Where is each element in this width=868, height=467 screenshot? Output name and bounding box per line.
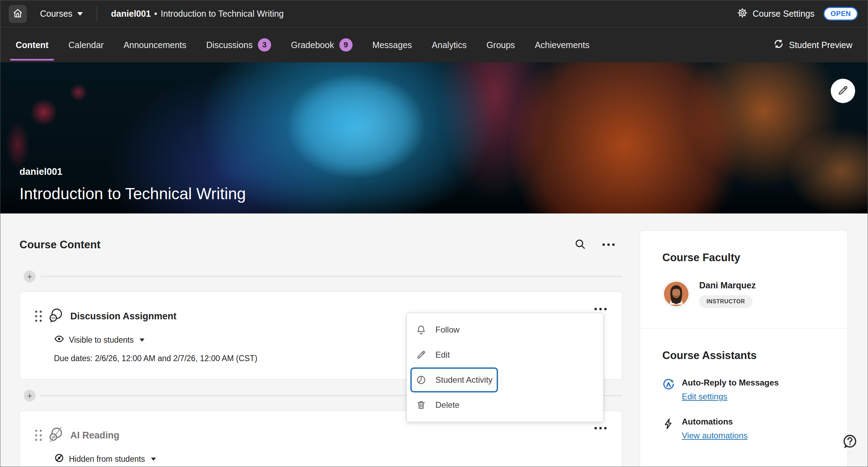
chevron-down-icon xyxy=(151,458,156,461)
visibility-dropdown[interactable]: Hidden from students xyxy=(54,453,156,465)
tab-messages-label: Messages xyxy=(372,40,412,50)
tab-analytics-label: Analytics xyxy=(432,40,467,50)
help-question-icon xyxy=(841,446,858,451)
automations-title: Automations xyxy=(682,417,748,427)
course-faculty-heading: Course Faculty xyxy=(662,251,826,264)
visibility-label: Hidden from students xyxy=(69,454,145,464)
tab-announcements-label: Announcements xyxy=(124,40,187,50)
discussions-count-badge: 3 xyxy=(258,38,271,52)
banner-course-id: daniel001 xyxy=(19,166,246,177)
tab-gradebook-label: Gradebook xyxy=(291,40,334,50)
ellipsis-icon xyxy=(602,243,615,246)
tab-groups-label: Groups xyxy=(487,40,515,50)
instructor-name: Dani Marquez xyxy=(699,280,756,290)
home-button[interactable] xyxy=(9,5,27,23)
tab-gradebook[interactable]: Gradebook 9 xyxy=(291,28,353,62)
ellipsis-icon xyxy=(594,427,607,429)
breadcrumb-course-title: Introduction to Technical Writing xyxy=(161,9,284,18)
edit-settings-link[interactable]: Edit settings xyxy=(682,392,727,402)
tab-calendar-label: Calendar xyxy=(68,40,103,50)
menu-item-delete[interactable]: Delete xyxy=(407,392,603,418)
breadcrumb: daniel001•Introduction to Technical Writ… xyxy=(111,9,284,19)
menu-item-label: Edit xyxy=(435,350,450,360)
tab-discussions[interactable]: Discussions 3 xyxy=(206,28,271,62)
tab-announcements[interactable]: Announcements xyxy=(124,28,187,62)
tab-groups[interactable]: Groups xyxy=(487,28,515,62)
drag-handle[interactable] xyxy=(35,311,42,322)
banner-course-title: Introduction to Technical Writing xyxy=(19,184,246,203)
gradebook-count-badge: 9 xyxy=(339,38,353,52)
discussion-hidden-icon xyxy=(47,426,64,444)
top-bar: Courses daniel001•Introduction to Techni… xyxy=(0,0,868,27)
auto-reply-title: Auto-Reply to Messages xyxy=(682,378,779,388)
tab-achievements-label: Achievements xyxy=(535,40,590,50)
pencil-icon xyxy=(416,350,426,360)
add-content-button[interactable]: + xyxy=(24,390,35,402)
item-more-button[interactable] xyxy=(594,308,607,310)
course-banner: daniel001 Introduction to Technical Writ… xyxy=(0,62,868,213)
eye-visible-icon xyxy=(54,334,64,346)
visibility-dropdown[interactable]: Visible to students xyxy=(54,334,144,346)
tab-achievements[interactable]: Achievements xyxy=(535,28,590,62)
add-content-divider: + xyxy=(19,270,622,283)
trash-icon xyxy=(416,400,426,410)
home-icon xyxy=(13,8,23,20)
bell-icon xyxy=(416,325,426,335)
instructor-avatar[interactable] xyxy=(662,280,690,308)
course-details-sidebar: Course Faculty xyxy=(640,230,848,467)
instructor-role-badge: INSTRUCTOR xyxy=(699,295,752,308)
pie-chart-icon xyxy=(416,375,426,385)
chevron-down-icon xyxy=(77,12,83,16)
course-nav: Content Calendar Announcements Discussio… xyxy=(0,27,868,62)
tab-analytics[interactable]: Analytics xyxy=(432,28,467,62)
edit-banner-button[interactable] xyxy=(831,79,855,103)
menu-item-student-activity[interactable]: Student Activity xyxy=(410,367,498,392)
course-assistants-section: Course Assistants Auto-Reply to Messages… xyxy=(640,328,847,461)
menu-item-follow[interactable]: Follow xyxy=(407,317,603,342)
breadcrumb-course-code: daniel001 xyxy=(111,9,151,18)
eye-hidden-icon xyxy=(54,453,64,465)
page-title: Course Content xyxy=(19,239,101,251)
item-more-button[interactable] xyxy=(594,427,607,429)
tab-calendar[interactable]: Calendar xyxy=(68,28,103,62)
tab-content-label: Content xyxy=(16,40,48,50)
course-assistants-heading: Course Assistants xyxy=(662,349,826,362)
visibility-label: Visible to students xyxy=(69,335,134,345)
course-settings-button[interactable]: Course Settings xyxy=(737,7,814,21)
lightning-icon xyxy=(662,418,675,431)
ellipsis-icon xyxy=(594,308,607,310)
student-preview-sync-icon xyxy=(773,38,784,52)
tab-messages[interactable]: Messages xyxy=(372,28,412,62)
view-automations-link[interactable]: View automations xyxy=(682,431,748,441)
tab-discussions-label: Discussions xyxy=(206,40,253,50)
chevron-down-icon xyxy=(140,338,144,342)
course-faculty-section: Course Faculty xyxy=(640,231,847,328)
instructor-row: Dani Marquez INSTRUCTOR xyxy=(662,280,826,308)
search-icon xyxy=(574,238,586,251)
banner-text: daniel001 Introduction to Technical Writ… xyxy=(19,166,246,203)
item-title-link[interactable]: AI Reading xyxy=(70,430,119,441)
course-open-status-badge[interactable]: OPEN xyxy=(823,7,858,21)
search-button[interactable] xyxy=(574,238,586,251)
course-settings-label: Course Settings xyxy=(752,9,814,19)
menu-item-label: Follow xyxy=(435,325,459,335)
item-title-link[interactable]: Discussion Assignment xyxy=(70,311,176,322)
ai-assistant-icon xyxy=(662,379,675,392)
help-button[interactable] xyxy=(841,433,858,450)
tab-content[interactable]: Content xyxy=(16,28,48,62)
student-preview-label: Student Preview xyxy=(789,40,852,50)
drag-handle[interactable] xyxy=(35,430,42,441)
auto-reply-row: Auto-Reply to Messages Edit settings xyxy=(662,378,826,402)
menu-item-edit[interactable]: Edit xyxy=(407,342,603,367)
course-content-more-button[interactable] xyxy=(602,243,615,246)
student-preview-button[interactable]: Student Preview xyxy=(773,38,852,52)
menu-item-label: Student Activity xyxy=(435,375,492,385)
gear-icon xyxy=(737,7,748,21)
courses-label: Courses xyxy=(40,9,72,19)
breadcrumb-separator: • xyxy=(154,9,157,18)
automations-row: Automations View automations xyxy=(662,417,826,441)
course-page: Courses daniel001•Introduction to Techni… xyxy=(0,0,868,467)
courses-menu-button[interactable]: Courses xyxy=(40,9,83,19)
pencil-icon xyxy=(837,85,849,98)
add-content-button[interactable]: + xyxy=(24,271,35,282)
